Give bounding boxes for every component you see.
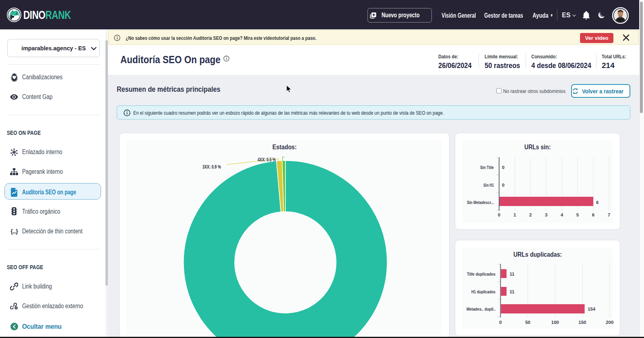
svg-text:150: 150 (578, 320, 586, 325)
svg-text:154: 154 (588, 307, 596, 311)
svg-text:4: 4 (561, 212, 564, 217)
svg-text:0: 0 (502, 183, 504, 188)
svg-text:6: 6 (592, 212, 594, 217)
svg-text:6: 6 (596, 200, 599, 205)
svg-text:2: 2 (529, 212, 532, 217)
svg-text:4XX: 0.5 %: 4XX: 0.5 % (258, 157, 276, 163)
svg-text:1: 1 (514, 212, 516, 217)
svg-text:Sin H1: Sin H1 (483, 183, 494, 188)
svg-text:200: 200 (606, 320, 613, 325)
svg-text:50: 50 (525, 320, 530, 325)
svg-text:Title duplicados: Title duplicados (467, 272, 495, 276)
svg-text:0: 0 (498, 212, 500, 217)
svg-text:3: 3 (545, 212, 547, 217)
svg-text:100: 100 (551, 320, 559, 325)
svg-text:Metades.. dupli..: Metades.. dupli.. (466, 307, 495, 311)
svg-text:Sin Metadescr...: Sin Metadescr... (467, 200, 494, 205)
svg-text:H1 duplicados: H1 duplicados (471, 289, 495, 294)
svg-text:7: 7 (608, 212, 610, 217)
svg-text:3XX: 0.9 %: 3XX: 0.9 % (202, 164, 221, 170)
svg-text:Sin Title: Sin Title (480, 165, 494, 170)
svg-text:0: 0 (499, 320, 502, 325)
svg-text:0: 0 (502, 165, 504, 170)
svg-text:11: 11 (510, 272, 515, 276)
svg-text:5: 5 (576, 212, 579, 217)
svg-text:11: 11 (510, 289, 515, 294)
